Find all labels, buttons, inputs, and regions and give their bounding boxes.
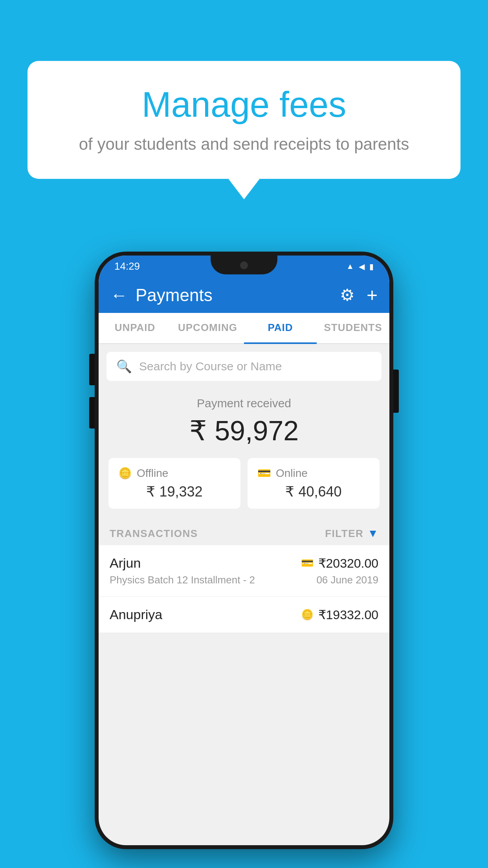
search-icon: 🔍 bbox=[116, 359, 132, 374]
offline-card: 🪙 Offline ₹ 19,332 bbox=[108, 458, 240, 509]
wifi-icon: ▲ bbox=[346, 262, 354, 271]
transaction-1-type-icon: 💳 bbox=[301, 557, 314, 569]
bubble-subtitle: of your students and send receipts to pa… bbox=[51, 134, 437, 155]
transaction-1-date: 06 June 2019 bbox=[316, 574, 378, 586]
phone-screen: 14:29 ▲ ◀ ▮ ← Payments ⚙ + UNPAID bbox=[99, 256, 389, 845]
bubble-title: Manage fees bbox=[51, 85, 437, 125]
transaction-1-amount-row: 💳 ₹20320.00 bbox=[301, 556, 378, 571]
add-icon[interactable]: + bbox=[367, 284, 378, 306]
transaction-2-amount: ₹19332.00 bbox=[318, 607, 378, 622]
header-left: ← Payments bbox=[110, 285, 213, 305]
transactions-label: TRANSACTIONS bbox=[110, 528, 198, 540]
transaction-1-top: Arjun 💳 ₹20320.00 bbox=[110, 555, 378, 571]
search-placeholder-text: Search by Course or Name bbox=[139, 360, 282, 373]
volume-button bbox=[89, 354, 95, 385]
status-icons: ▲ ◀ ▮ bbox=[346, 262, 374, 271]
payment-cards: 🪙 Offline ₹ 19,332 💳 Online ₹ 40,640 bbox=[108, 458, 380, 509]
battery-icon: ▮ bbox=[369, 262, 374, 271]
online-card: 💳 Online ₹ 40,640 bbox=[248, 458, 380, 509]
tab-paid[interactable]: PAID bbox=[244, 313, 317, 344]
filter-icon: ▼ bbox=[367, 527, 378, 540]
header-right: ⚙ + bbox=[340, 284, 378, 306]
offline-amount: ₹ 19,332 bbox=[118, 484, 231, 500]
filter-label: FILTER bbox=[325, 528, 363, 540]
transaction-1-amount: ₹20320.00 bbox=[318, 556, 378, 571]
tabs-bar: UNPAID UPCOMING PAID STUDENTS bbox=[99, 313, 389, 344]
bubble-pointer bbox=[227, 178, 261, 199]
transaction-1-name: Arjun bbox=[110, 555, 141, 571]
app-header: ← Payments ⚙ + bbox=[99, 277, 389, 313]
header-title: Payments bbox=[136, 285, 213, 305]
offline-card-header: 🪙 Offline bbox=[118, 467, 231, 480]
status-time: 14:29 bbox=[114, 260, 140, 272]
phone-body: 14:29 ▲ ◀ ▮ ← Payments ⚙ + UNPAID bbox=[95, 252, 393, 849]
online-label: Online bbox=[276, 467, 308, 480]
offline-label: Offline bbox=[137, 467, 168, 480]
payment-total-amount: ₹ 59,972 bbox=[108, 415, 380, 447]
transaction-2-name: Anupriya bbox=[110, 607, 162, 622]
tab-upcoming[interactable]: UPCOMING bbox=[171, 313, 244, 343]
payment-received-label: Payment received bbox=[108, 397, 380, 410]
transaction-2-type-icon: 🪙 bbox=[301, 609, 314, 621]
notch bbox=[211, 256, 277, 274]
offline-icon: 🪙 bbox=[118, 467, 132, 480]
transaction-1-desc: Physics Batch 12 Installment - 2 bbox=[110, 574, 255, 586]
speech-bubble: Manage fees of your students and send re… bbox=[28, 61, 460, 179]
transactions-header: TRANSACTIONS FILTER ▼ bbox=[99, 519, 389, 545]
online-amount: ₹ 40,640 bbox=[257, 484, 370, 500]
tab-unpaid[interactable]: UNPAID bbox=[99, 313, 171, 343]
volume-button-2 bbox=[89, 397, 95, 428]
back-button[interactable]: ← bbox=[110, 285, 128, 305]
search-bar[interactable]: 🔍 Search by Course or Name bbox=[106, 352, 382, 381]
transaction-2-top: Anupriya 🪙 ₹19332.00 bbox=[110, 607, 378, 622]
transaction-1-bottom: Physics Batch 12 Installment - 2 06 June… bbox=[110, 574, 378, 586]
power-button bbox=[393, 370, 399, 413]
camera bbox=[240, 261, 248, 269]
tab-students[interactable]: STUDENTS bbox=[317, 313, 389, 343]
signal-icon: ◀ bbox=[359, 262, 365, 271]
filter-button[interactable]: FILTER ▼ bbox=[325, 527, 378, 540]
online-card-header: 💳 Online bbox=[257, 467, 370, 480]
transaction-2-amount-row: 🪙 ₹19332.00 bbox=[301, 607, 378, 622]
transaction-row-2[interactable]: Anupriya 🪙 ₹19332.00 bbox=[99, 597, 389, 633]
payment-received-section: Payment received ₹ 59,972 🪙 Offline ₹ 19… bbox=[99, 385, 389, 519]
search-container: 🔍 Search by Course or Name bbox=[99, 344, 389, 385]
settings-icon[interactable]: ⚙ bbox=[340, 285, 355, 305]
online-icon: 💳 bbox=[257, 467, 271, 480]
transaction-row-1[interactable]: Arjun 💳 ₹20320.00 Physics Batch 12 Insta… bbox=[99, 545, 389, 597]
